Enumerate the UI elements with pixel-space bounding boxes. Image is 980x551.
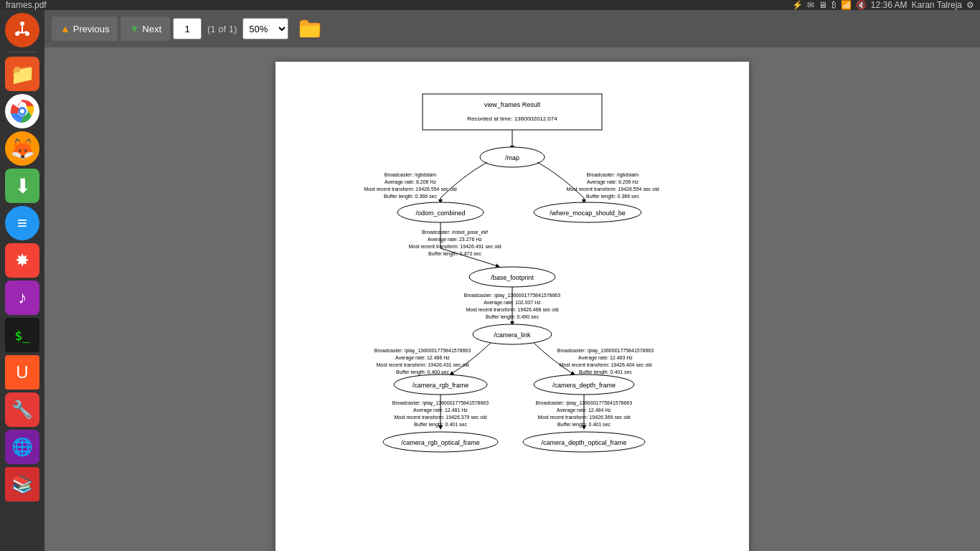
- settings-icon: ⚙: [966, 0, 974, 10]
- svg-text:Average rate: 102.037 Hz: Average rate: 102.037 Hz: [484, 300, 541, 306]
- sidebar-item-tools[interactable]: 🔧: [5, 392, 39, 427]
- volume-icon: 🔇: [856, 0, 867, 10]
- page-info: (1 of 1): [207, 24, 237, 34]
- sidebar-item-terminal[interactable]: $_: [5, 318, 39, 352]
- svg-text:Average rate: 12.483 Hz: Average rate: 12.483 Hz: [578, 355, 633, 361]
- sidebar-item-app3[interactable]: ♪: [5, 281, 39, 315]
- sidebar-item-app2[interactable]: ✸: [5, 243, 39, 278]
- sidebar-item-download[interactable]: ⬇: [5, 169, 39, 203]
- sidebar: 📁 🦊 ⬇ ≡ ✸ ♪: [0, 10, 44, 551]
- zoom-select[interactable]: 50% 25% 75% 100% 125% 150% 200%: [242, 18, 288, 39]
- user-name: Karan Talreja: [912, 0, 963, 10]
- svg-text:Average rate: 12.481 Hz: Average rate: 12.481 Hz: [413, 408, 468, 413]
- svg-text:Most recent transform: 19426.3: Most recent transform: 19426.369 sec old: [537, 415, 630, 420]
- sidebar-item-stack[interactable]: 📚: [5, 467, 39, 501]
- svg-text:Buffer length: 0.366 sec: Buffer length: 0.366 sec: [586, 194, 639, 199]
- content-area: ▲ Previous ▼ Next (1 of 1) 50% 25% 75% 1…: [44, 10, 980, 551]
- sidebar-item-tor[interactable]: 🌐: [5, 430, 39, 464]
- page-number-input[interactable]: [173, 18, 202, 39]
- svg-text:/where_mocap_should_be: /where_mocap_should_be: [550, 209, 626, 217]
- svg-text:Broadcaster: /play_13600017758: Broadcaster: /play_1360001775841578663: [392, 400, 489, 406]
- next-button[interactable]: ▼ Next: [121, 17, 170, 41]
- svg-text:Most recent transform: 19426.5: Most recent transform: 19426.554 sec old: [566, 187, 659, 192]
- svg-text:Average rate: 8.206 Hz: Average rate: 8.206 Hz: [587, 179, 639, 185]
- diagram-svg: view_frames Result Recorded at time: 136…: [297, 83, 727, 542]
- sidebar-item-app1[interactable]: ≡: [5, 206, 39, 240]
- titlebar: frames.pdf ⚡ ✉ 🖥 ₿ 📶 🔇 12:36 AM Karan Ta…: [0, 0, 980, 10]
- svg-text:Average rate: 12.486 Hz: Average rate: 12.486 Hz: [395, 355, 450, 361]
- next-arrow-icon: ▼: [129, 23, 139, 34]
- svg-text:Broadcaster: /rgbdslam: Broadcaster: /rgbdslam: [587, 172, 639, 178]
- pdf-page: view_frames Result Recorded at time: 136…: [275, 62, 749, 551]
- svg-text:Most recent transform: 19426.3: Most recent transform: 19426.379 sec old: [394, 415, 486, 420]
- svg-text:view_frames Result: view_frames Result: [484, 101, 541, 108]
- toolbar: ▲ Previous ▼ Next (1 of 1) 50% 25% 75% 1…: [44, 10, 980, 47]
- svg-rect-11: [423, 94, 602, 130]
- svg-text:Buffer length: 0.473 sec: Buffer length: 0.473 sec: [428, 251, 481, 257]
- svg-text:Buffer length: 0.401 sec: Buffer length: 0.401 sec: [414, 422, 467, 428]
- svg-text:Broadcaster: /play_13600017758: Broadcaster: /play_1360001775841578663: [374, 348, 471, 354]
- system-tray: ⚡ ✉ 🖥 ₿ 📶 🔇 12:36 AM Karan Talreja ⚙: [792, 0, 974, 10]
- main-area: 📁 🦊 ⬇ ≡ ✸ ♪: [0, 10, 980, 551]
- svg-text:Broadcaster: /play_13600017758: Broadcaster: /play_1360001775841578663: [557, 348, 654, 354]
- svg-text:Buffer length: 0.366 sec: Buffer length: 0.366 sec: [384, 194, 437, 199]
- sidebar-separator: [8, 52, 37, 52]
- svg-text:Most recent transform: 19426.4: Most recent transform: 19426.404 sec old: [559, 362, 651, 367]
- previous-button[interactable]: ▲ Previous: [52, 17, 118, 41]
- svg-text:/odom_combined: /odom_combined: [415, 209, 465, 217]
- clock: 12:36 AM: [871, 0, 908, 10]
- svg-text:Broadcaster: /robot_pose_ekf: Broadcaster: /robot_pose_ekf: [422, 230, 488, 235]
- svg-text:Recorded at time: 1360002012.0: Recorded at time: 1360002012.074: [467, 116, 557, 122]
- window-title: frames.pdf: [6, 0, 792, 10]
- svg-text:Buffer length: 0.401 sec: Buffer length: 0.401 sec: [557, 422, 611, 428]
- svg-text:Broadcaster: /rgbdslam: Broadcaster: /rgbdslam: [385, 172, 437, 178]
- sidebar-item-ubuntu[interactable]: [5, 13, 39, 47]
- previous-arrow-icon: ▲: [60, 23, 70, 34]
- svg-text:Broadcaster: /play_13600017758: Broadcaster: /play_1360001775841578663: [464, 293, 560, 298]
- sidebar-item-chrome[interactable]: [5, 94, 39, 128]
- svg-text:Most recent transform: 19426.4: Most recent transform: 19426.431 sec old: [376, 362, 468, 367]
- svg-text:Average rate: 23.276 Hz: Average rate: 23.276 Hz: [428, 237, 482, 242]
- svg-text:/camera_rgb_optical_frame: /camera_rgb_optical_frame: [401, 439, 480, 446]
- battery-icon: ⚡: [792, 0, 803, 10]
- svg-text:/map: /map: [505, 154, 519, 161]
- svg-text:/base_footprint: /base_footprint: [491, 274, 534, 281]
- svg-text:Average rate: 8.206 Hz: Average rate: 8.206 Hz: [385, 179, 436, 185]
- svg-text:Broadcaster: /play_13600017758: Broadcaster: /play_1360001775841578663: [536, 400, 632, 406]
- svg-text:/camera_depth_optical_frame: /camera_depth_optical_frame: [541, 439, 626, 446]
- svg-text:Average rate: 12.484 Hz: Average rate: 12.484 Hz: [557, 408, 611, 413]
- svg-text:/camera_depth_frame: /camera_depth_frame: [552, 382, 616, 389]
- svg-text:/camera_rgb_frame: /camera_rgb_frame: [413, 382, 469, 389]
- svg-text:/camera_link: /camera_link: [494, 331, 531, 339]
- svg-text:Most recent transform: 19426.4: Most recent transform: 19426.468 sec old: [466, 307, 558, 312]
- wifi-icon: 📶: [841, 0, 852, 10]
- sidebar-item-firefox[interactable]: 🦊: [5, 131, 39, 166]
- monitor-icon: 🖥: [819, 0, 827, 10]
- sidebar-item-app4[interactable]: U: [5, 355, 39, 390]
- folder-button[interactable]: [297, 16, 323, 42]
- svg-point-1: [20, 22, 24, 26]
- sidebar-item-files[interactable]: 📁: [5, 57, 39, 91]
- svg-text:Buffer length: 0.490 sec: Buffer length: 0.490 sec: [486, 314, 539, 320]
- mail-icon: ✉: [807, 0, 814, 10]
- svg-text:Most recent transform: 19426.5: Most recent transform: 19426.554 sec old: [364, 187, 456, 192]
- document-area: view_frames Result Recorded at time: 136…: [44, 47, 980, 551]
- svg-point-10: [20, 109, 24, 113]
- bluetooth-icon: ₿: [831, 0, 837, 10]
- svg-text:Most recent transform: 19426.4: Most recent transform: 19426.491 sec old: [408, 244, 501, 249]
